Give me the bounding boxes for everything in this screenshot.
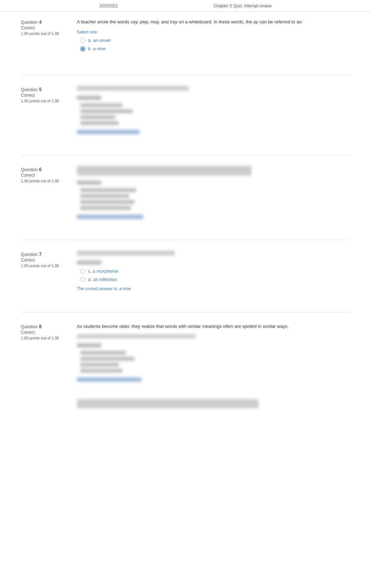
answer-option-7d: d. an inflection bbox=[77, 277, 350, 283]
correct-answer-text-7: The correct answer is: a rime bbox=[77, 286, 350, 291]
select-label-8-blurred bbox=[77, 343, 101, 347]
question-status-8: Correct bbox=[21, 330, 70, 335]
opt6d-blurred bbox=[80, 206, 131, 210]
answer-label-7d: d. an inflection bbox=[88, 277, 117, 283]
select-label-6-blurred bbox=[77, 181, 101, 185]
question-points-5: 1.00 points out of 1.00 bbox=[21, 98, 70, 104]
question-body-5 bbox=[77, 86, 350, 134]
opt6b-blurred bbox=[80, 194, 129, 198]
question-block-4: Question 4 Correct 1.00 points out of 1.… bbox=[21, 19, 350, 61]
answer-radio-7d[interactable] bbox=[80, 277, 85, 282]
question-block-6: Question 6 Correct 1.00 points out of 1.… bbox=[21, 166, 350, 226]
question-text-next-blurred bbox=[77, 399, 259, 408]
header-date: 3/23/2021 bbox=[100, 3, 118, 8]
question-text-7-blurred bbox=[77, 251, 175, 256]
question-points-8: 1.00 points out of 1.00 bbox=[21, 336, 70, 341]
opt8c-blurred bbox=[80, 363, 119, 367]
question-status-6: Correct bbox=[21, 173, 70, 178]
question-block-8: Question 8 Correct 1.00 points out of 1.… bbox=[21, 323, 350, 417]
opt5c-blurred bbox=[80, 115, 115, 119]
question-points-4: 1.00 points out of 1.00 bbox=[21, 31, 70, 36]
opt5b-blurred bbox=[80, 109, 133, 113]
question-subtext-8-blurred bbox=[77, 334, 196, 338]
question-status-7: Correct bbox=[21, 258, 70, 263]
question-points-7: 1.00 points out of 1.00 bbox=[21, 263, 70, 269]
question-status-4: Correct bbox=[21, 25, 70, 30]
question-text-4: A teacher wrote the words say, play, may… bbox=[77, 19, 350, 25]
answer-radio-4b[interactable] bbox=[80, 46, 85, 51]
question-body-6 bbox=[77, 166, 350, 219]
opt8a-blurred bbox=[80, 351, 126, 355]
page-content: Question 4 Correct 1.00 points out of 1.… bbox=[0, 12, 371, 445]
question-number-6: Question 6 bbox=[21, 167, 70, 172]
answer-label-4a: a. an onset bbox=[88, 37, 110, 44]
page-header: 3/23/2021 Chapter 5 Quiz: Attempt review bbox=[0, 0, 371, 12]
header-title: Chapter 5 Quiz: Attempt review bbox=[213, 3, 271, 8]
correct-6-blurred bbox=[77, 215, 143, 219]
divider-5-6 bbox=[21, 155, 350, 155]
correct-8-blurred bbox=[77, 377, 141, 382]
question-text-8: As students become older, they realize t… bbox=[77, 323, 350, 330]
opt8d-blurred bbox=[80, 369, 122, 373]
select-label-7-blurred bbox=[77, 260, 101, 265]
question-body-7: c. a morpheme d. an inflection The corre… bbox=[77, 251, 350, 291]
question-body-8: As students become older, they realize t… bbox=[77, 323, 350, 410]
question-number-7: Question 7 bbox=[21, 251, 70, 257]
opt8b-blurred bbox=[80, 357, 134, 361]
answer-option-7c: c. a morpheme bbox=[77, 268, 350, 274]
question-status-5: Correct bbox=[21, 93, 70, 98]
question-text-5-blurred bbox=[77, 86, 189, 91]
question-meta-8: Question 8 Correct 1.00 points out of 1.… bbox=[21, 323, 77, 410]
opt5a-blurred bbox=[80, 103, 122, 107]
question-block-5: Question 5 Correct 1.00 points out of 1.… bbox=[21, 86, 350, 141]
answer-radio-4a[interactable] bbox=[80, 38, 85, 43]
answer-label-4b: b. a rime bbox=[88, 46, 106, 52]
answer-label-7c: c. a morpheme bbox=[88, 268, 118, 274]
question-body-4: A teacher wrote the words say, play, may… bbox=[77, 19, 350, 54]
question-meta-4: Question 4 Correct 1.00 points out of 1.… bbox=[21, 19, 77, 54]
correct-5-blurred bbox=[77, 130, 140, 134]
select-one-label-4: Select one: bbox=[77, 30, 350, 35]
select-label-5-blurred bbox=[77, 96, 101, 100]
question-points-6: 1.00 points out of 1.00 bbox=[21, 178, 70, 184]
question-number-8: Question 8 bbox=[21, 324, 70, 329]
question-meta-6: Question 6 Correct 1.00 points out of 1.… bbox=[21, 166, 77, 219]
divider-6-7 bbox=[21, 240, 350, 240]
answer-option-4b: b. a rime bbox=[77, 46, 350, 52]
question-block-7: Question 7 Correct 1.00 points out of 1.… bbox=[21, 251, 350, 298]
divider-4-5 bbox=[21, 75, 350, 75]
question-meta-5: Question 5 Correct 1.00 points out of 1.… bbox=[21, 86, 77, 134]
question-meta-7: Question 7 Correct 1.00 points out of 1.… bbox=[21, 251, 77, 291]
answer-radio-7c[interactable] bbox=[80, 269, 85, 274]
divider-7-8 bbox=[21, 312, 350, 313]
answer-option-4a: a. an onset bbox=[77, 37, 350, 44]
opt6c-blurred bbox=[80, 200, 134, 204]
question-number-4: Question 4 bbox=[21, 19, 70, 25]
opt5d-blurred bbox=[80, 121, 119, 125]
opt6a-blurred bbox=[80, 188, 136, 192]
question-text-6-blurred bbox=[77, 166, 252, 176]
question-number-5: Question 5 bbox=[21, 87, 70, 92]
